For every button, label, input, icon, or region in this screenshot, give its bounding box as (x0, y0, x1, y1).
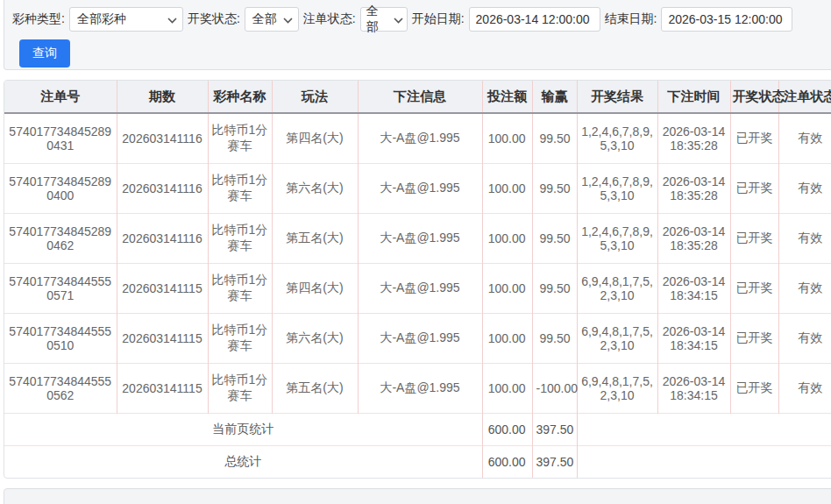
end-date-input[interactable] (661, 7, 792, 32)
cell-draw-status: 已开奖 (730, 163, 778, 213)
cell-bet-status: 有效 (778, 313, 831, 363)
summary-row-total: 总统计 600.00 397.50 (4, 445, 831, 478)
draw-status-value: 全部 (252, 11, 277, 27)
column-header: 输赢 (532, 81, 577, 113)
draw-status-select[interactable]: 全部 (245, 7, 299, 32)
cell-amount: 100.00 (482, 113, 532, 163)
cell-bet-info: 大-A盘@1.995 (358, 263, 482, 313)
cell-bet-id: 5740177348452890431 (4, 113, 117, 163)
cell-lottery: 比特币1分赛车 (208, 363, 272, 413)
table-row: 5740177348445550571202603141115比特币1分赛车第四… (4, 263, 831, 313)
cell-bet-status: 有效 (778, 363, 831, 413)
table-row: 5740177348452890431202603141116比特币1分赛车第四… (4, 113, 831, 163)
cell-bet-info: 大-A盘@1.995 (358, 163, 482, 213)
summary-label: 当前页统计 (4, 413, 482, 445)
cell-period: 202603141116 (117, 213, 208, 263)
table-header-row: 注单号期数彩种名称玩法下注信息投注额输赢开奖结果下注时间开奖状态注单状态 (4, 81, 831, 113)
cell-bet-id: 5740177348445550571 (4, 263, 117, 313)
cell-result: 6,9,4,8,1,7,5,2,3,10 (577, 363, 657, 413)
cell-bet-status: 有效 (778, 163, 831, 213)
cell-bet-time: 2026-03-14 18:35:28 (657, 163, 730, 213)
summary-win-loss: 397.50 (532, 413, 577, 445)
start-date-label: 开始日期: (412, 11, 465, 27)
cell-result: 1,2,4,6,7,8,9,5,3,10 (577, 163, 657, 213)
cell-amount: 100.00 (482, 163, 532, 213)
cell-draw-status: 已开奖 (730, 313, 778, 363)
cell-period: 202603141115 (117, 363, 208, 413)
cell-bet-id: 5740177348445550510 (4, 313, 117, 363)
cell-lottery: 比特币1分赛车 (208, 113, 272, 163)
query-button[interactable]: 查询 (19, 39, 70, 67)
bet-status-select[interactable]: 全部 (360, 7, 408, 32)
column-header: 注单号 (4, 81, 117, 113)
cell-win-loss: 99.50 (532, 163, 577, 213)
cell-play: 第四名(大) (272, 113, 358, 163)
column-header: 开奖结果 (577, 81, 657, 113)
filter-bar: 彩种类型: 全部彩种 开奖状态: 全部 注单状态: 全部 开始日期: 结束日期:… (4, 0, 831, 70)
cell-bet-status: 有效 (778, 263, 831, 313)
cell-bet-info: 大-A盘@1.995 (358, 113, 482, 163)
cell-amount: 100.00 (482, 313, 532, 363)
column-header: 下注时间 (657, 81, 730, 113)
cell-draw-status: 已开奖 (730, 263, 778, 313)
summary-label: 总统计 (4, 445, 482, 478)
summary-amount: 600.00 (482, 413, 532, 445)
table-row: 5740177348452890400202603141116比特币1分赛车第六… (4, 163, 831, 213)
cell-amount: 100.00 (482, 213, 532, 263)
summary-empty-cell (577, 413, 831, 445)
table-body: 5740177348452890431202603141116比特币1分赛车第四… (4, 113, 831, 413)
cell-win-loss: 99.50 (532, 113, 577, 163)
cell-period: 202603141116 (117, 163, 208, 213)
summary-empty-cell (577, 445, 831, 478)
lottery-type-select[interactable]: 全部彩种 (69, 7, 183, 32)
cell-bet-time: 2026-03-14 18:35:28 (657, 113, 730, 163)
chevron-down-icon (283, 12, 293, 26)
column-header: 下注信息 (358, 81, 482, 113)
column-header: 彩种名称 (208, 81, 272, 113)
cell-win-loss: 99.50 (532, 263, 577, 313)
chevron-down-icon (394, 12, 403, 26)
cell-amount: 100.00 (482, 363, 532, 413)
summary-row-current-page: 当前页统计 600.00 397.50 (4, 413, 831, 445)
results-table-panel: 注单号期数彩种名称玩法下注信息投注额输赢开奖结果下注时间开奖状态注单状态 574… (4, 80, 831, 479)
lottery-type-value: 全部彩种 (77, 11, 126, 27)
cell-bet-info: 大-A盘@1.995 (358, 313, 482, 363)
cell-result: 1,2,4,6,7,8,9,5,3,10 (577, 113, 657, 163)
column-header: 玩法 (272, 81, 358, 113)
start-date-input[interactable] (469, 7, 600, 32)
bet-status-value: 全部 (366, 4, 390, 35)
cell-bet-status: 有效 (778, 213, 831, 263)
lottery-type-label: 彩种类型: (12, 11, 65, 27)
filter-row: 彩种类型: 全部彩种 开奖状态: 全部 注单状态: 全部 开始日期: 结束日期: (12, 7, 831, 32)
cell-bet-time: 2026-03-14 18:34:15 (657, 263, 730, 313)
column-header: 期数 (117, 81, 208, 113)
cell-bet-id: 5740177348452890400 (4, 163, 117, 213)
bets-table: 注单号期数彩种名称玩法下注信息投注额输赢开奖结果下注时间开奖状态注单状态 574… (4, 81, 831, 478)
cell-period: 202603141115 (117, 313, 208, 363)
cell-bet-time: 2026-03-14 18:34:15 (657, 363, 730, 413)
cell-period: 202603141116 (117, 113, 208, 163)
cell-bet-info: 大-A盘@1.995 (358, 213, 482, 263)
cell-lottery: 比特币1分赛车 (208, 313, 272, 363)
cell-lottery: 比特币1分赛车 (208, 263, 272, 313)
cell-play: 第六名(大) (272, 163, 358, 213)
cell-result: 6,9,4,8,1,7,5,2,3,10 (577, 313, 657, 363)
cell-result: 1,2,4,6,7,8,9,5,3,10 (577, 213, 657, 263)
bet-status-label: 注单状态: (303, 11, 356, 27)
cell-result: 6,9,4,8,1,7,5,2,3,10 (577, 263, 657, 313)
cell-bet-id: 5740177348452890462 (4, 213, 117, 263)
cell-draw-status: 已开奖 (730, 363, 778, 413)
chevron-down-icon (167, 12, 177, 26)
cell-play: 第四名(大) (272, 263, 358, 313)
table-row: 5740177348445550510202603141115比特币1分赛车第六… (4, 313, 831, 363)
cell-bet-status: 有效 (778, 113, 831, 163)
cell-play: 第六名(大) (272, 313, 358, 363)
cell-bet-id: 5740177348445550562 (4, 363, 117, 413)
cell-win-loss: -100.00 (532, 363, 577, 413)
summary-win-loss: 397.50 (532, 445, 577, 478)
cell-win-loss: 99.50 (532, 213, 577, 263)
cell-bet-info: 大-A盘@1.995 (358, 363, 482, 413)
cell-draw-status: 已开奖 (730, 113, 778, 163)
cell-lottery: 比特币1分赛车 (208, 163, 272, 213)
cell-play: 第五名(大) (272, 213, 358, 263)
